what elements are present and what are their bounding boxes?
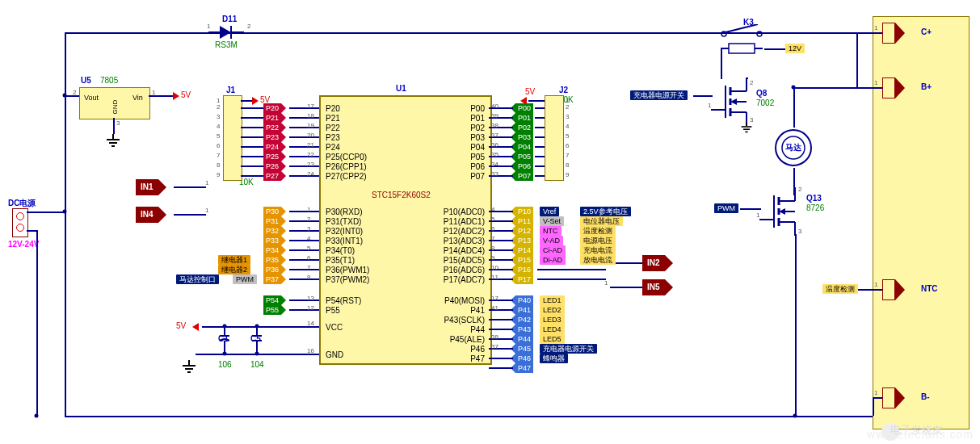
net-label: 电位器电压 <box>580 216 623 226</box>
pin-flag: P15 <box>511 255 533 265</box>
net-label: Vref <box>540 207 559 216</box>
pin-flag: P31 <box>263 216 286 226</box>
J1-ref: J1 <box>226 86 235 94</box>
wire <box>856 32 873 34</box>
v5-label: 5V <box>176 321 186 330</box>
pin-flag: P21 <box>263 113 286 123</box>
port-label: B+ <box>921 82 932 91</box>
net-label: LED1 <box>540 295 565 305</box>
pin-flag: P30 <box>263 207 286 216</box>
wire <box>113 118 115 134</box>
net-label: 2.5V参考电压 <box>580 207 631 216</box>
wire <box>65 32 66 416</box>
wire <box>795 234 797 416</box>
pin-flag: P02 <box>511 123 533 132</box>
diode-D11 <box>208 23 244 42</box>
pin-num: 1 <box>205 179 208 186</box>
gnd-icon <box>742 122 752 131</box>
pin-flag: P00 <box>511 103 533 113</box>
wire <box>149 95 173 97</box>
pin-num: 1 <box>205 207 208 214</box>
net-pwm: PWM <box>714 203 738 213</box>
pin-flag: P05 <box>511 152 533 161</box>
D11-ref: D11 <box>222 15 237 23</box>
pin-num: 2 <box>247 23 250 30</box>
pin-flag: P43 <box>511 325 533 334</box>
wire <box>65 416 874 417</box>
wire <box>27 212 65 213</box>
net-label: V-Set <box>540 216 564 226</box>
U1-part: STC15F2K60S2 <box>372 191 431 199</box>
net-label: 放电电流 <box>580 255 616 265</box>
J2-ref: J2 <box>559 86 568 94</box>
mcu-gnd: GND <box>326 350 343 359</box>
net-label: LED2 <box>540 305 565 315</box>
net-label: PWM <box>233 274 257 284</box>
port-label: C+ <box>921 27 932 36</box>
wire <box>528 100 545 102</box>
svg-line-13 <box>726 24 758 32</box>
net-label: 继电器1 <box>218 255 250 265</box>
net-label: LED3 <box>540 315 565 325</box>
port-arrow <box>882 279 905 300</box>
J1-body <box>223 95 242 181</box>
pin-flag: P22 <box>263 123 286 132</box>
pin-flag: P40 <box>511 295 533 305</box>
wire <box>65 95 79 97</box>
net-label: LED5 <box>540 334 565 344</box>
pin-flag: P16 <box>511 265 533 274</box>
wire <box>793 87 873 89</box>
mcu-vcc: VCC <box>326 323 343 332</box>
pin-flag: P12 <box>511 226 533 236</box>
port-arrow <box>882 77 905 98</box>
net-label: 充电器电源开关 <box>540 344 597 354</box>
dc-input <box>12 208 28 237</box>
pin-flag: P32 <box>263 226 286 236</box>
pin-flag: P47 <box>511 363 533 373</box>
pin-num: 1 <box>207 23 210 30</box>
wire <box>747 77 748 79</box>
pin-flag: P24 <box>263 142 286 152</box>
pin-flag: P37 <box>263 274 286 284</box>
wire <box>36 230 38 417</box>
net-label: 继电器2 <box>218 265 250 274</box>
wire <box>856 32 858 89</box>
wire <box>610 287 642 288</box>
port-arrow <box>882 23 905 44</box>
pin-flag: P23 <box>263 132 286 142</box>
pin-flag: P27 <box>263 171 286 181</box>
net-label: NTC <box>540 226 562 236</box>
wire <box>793 87 795 128</box>
pin-flag: P44 <box>511 334 533 344</box>
pin-num: 1 <box>756 212 759 219</box>
svg-point-12 <box>757 31 762 36</box>
net-label: LED4 <box>540 325 565 334</box>
pin-num: 3 <box>798 228 801 235</box>
wire <box>693 95 713 97</box>
tag-12v: 12V <box>785 44 805 53</box>
net-label: Di-AD <box>540 255 566 265</box>
pin-flag: P45 <box>511 344 533 354</box>
5v-arrow <box>173 92 179 100</box>
net-label: V-AD <box>540 236 563 245</box>
svg-rect-14 <box>729 44 755 53</box>
pin-flag: P03 <box>511 132 533 142</box>
gnd-icon <box>107 134 120 145</box>
svg-marker-1 <box>220 26 231 39</box>
C1-val: 106 <box>218 360 232 369</box>
U5-vin: Vin <box>132 94 143 102</box>
dcin-range: 12V-24V <box>8 240 39 249</box>
net-label: 马达控制口 <box>176 274 219 284</box>
pin-flag: P36 <box>263 265 286 274</box>
pin-flag: P13 <box>511 236 533 245</box>
pin-num: 1 <box>604 279 608 287</box>
pin-num: 2 <box>798 186 801 193</box>
port-label: NTC <box>921 284 938 293</box>
net-label: Ci-AD <box>540 245 566 255</box>
pin-num: 3 <box>750 116 753 124</box>
pin-num: 3 <box>116 119 120 127</box>
pin-flag: P35 <box>263 255 286 265</box>
pin-flag: P10 <box>511 207 533 216</box>
wire <box>740 208 761 210</box>
pin-flag: P34 <box>263 245 286 255</box>
